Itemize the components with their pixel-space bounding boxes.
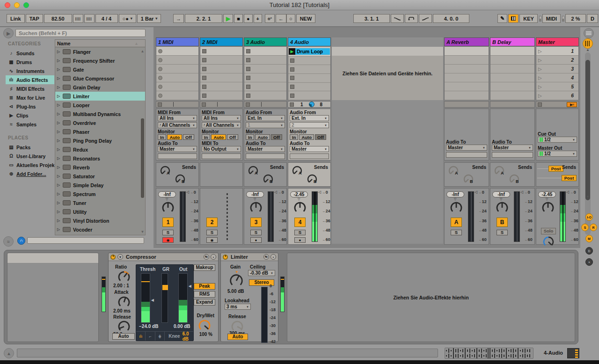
volume-display[interactable]: -Inf bbox=[246, 191, 264, 197]
browser-item[interactable]: ▷ Spectrum bbox=[55, 189, 145, 198]
save-preset-icon[interactable]: ▪ bbox=[270, 254, 276, 260]
scrollbar-thumb[interactable] bbox=[141, 118, 144, 198]
fold-icon[interactable]: ▷ bbox=[57, 165, 62, 169]
arm-button[interactable]: ● bbox=[250, 237, 262, 243]
clip-slot[interactable] bbox=[244, 56, 286, 65]
volume-marker[interactable]: ◁ bbox=[475, 190, 477, 194]
input-type-chooser[interactable]: Ext. In bbox=[246, 115, 285, 121]
fold-icon[interactable]: ▷ bbox=[57, 67, 62, 72]
fold-icon[interactable]: ▷ bbox=[57, 147, 62, 152]
search-input[interactable] bbox=[15, 29, 146, 37]
fold-icon[interactable]: ▷ bbox=[57, 227, 62, 232]
hot-swap-icon[interactable]: ≈ bbox=[3, 236, 14, 247]
browser-item[interactable]: ▷ Glue Compressor bbox=[55, 74, 145, 83]
monitor-auto[interactable]: Auto bbox=[211, 134, 226, 140]
fold-icon[interactable]: ▷ bbox=[57, 76, 62, 80]
mixer-view-toggle[interactable] bbox=[583, 38, 593, 49]
track-title[interactable]: Master bbox=[536, 37, 579, 46]
quantization-menu[interactable]: 1 Bar bbox=[137, 14, 161, 23]
fold-icon[interactable]: ▷ bbox=[57, 58, 62, 63]
monitor-auto[interactable]: Auto bbox=[255, 134, 270, 140]
midi-map-button[interactable]: MIDI bbox=[542, 14, 561, 23]
pan-knob[interactable] bbox=[160, 201, 176, 215]
session-record-button[interactable]: ○ bbox=[286, 14, 295, 23]
scene-slot[interactable]: ▷ 2 bbox=[536, 56, 578, 65]
stop-all-clips-button[interactable] bbox=[158, 102, 162, 107]
device-drop-zone[interactable]: Ziehen Sie Audio-Effekte hierhin bbox=[287, 253, 575, 342]
overdub-button[interactable]: + bbox=[254, 14, 262, 23]
browser-item[interactable]: ▷ Flanger bbox=[55, 47, 145, 56]
clip-slot[interactable] bbox=[156, 91, 198, 100]
monitor-off[interactable]: Off bbox=[271, 134, 282, 140]
clip-slot[interactable] bbox=[156, 56, 198, 65]
time-signature-display[interactable]: 4 / 4 bbox=[95, 14, 118, 23]
scroll-up-icon[interactable]: ▲ bbox=[586, 48, 590, 52]
browser-list-header[interactable]: Name ▲ bbox=[55, 40, 145, 47]
gain-knob[interactable] bbox=[227, 273, 245, 289]
input-channel-chooser[interactable]: ⁞All Channels bbox=[202, 122, 241, 128]
sidebar-place-item[interactable]: ▤ Packs bbox=[6, 143, 54, 152]
clip-slot[interactable] bbox=[200, 91, 242, 100]
browser-item[interactable]: ▷ Grain Delay bbox=[55, 83, 145, 92]
makeup-marker[interactable]: ◀ bbox=[189, 284, 191, 288]
back-to-arrangement-button[interactable]: ▶≡ bbox=[567, 102, 577, 107]
save-preset-icon[interactable]: ▪ bbox=[211, 254, 216, 260]
input-type-chooser[interactable]: Ext. In bbox=[290, 115, 329, 121]
metronome-button[interactable]: ○● bbox=[119, 14, 136, 23]
clip-slot[interactable] bbox=[156, 47, 198, 56]
output-meter[interactable]: ◀ bbox=[178, 273, 188, 323]
draw-mode-button[interactable]: ✎ bbox=[497, 14, 507, 23]
track-activator[interactable]: 3 bbox=[250, 218, 262, 227]
auto-release-toggle[interactable]: Auto bbox=[112, 333, 135, 340]
clip-slot[interactable] bbox=[200, 82, 242, 91]
browser-item[interactable]: ▷ Tuner bbox=[55, 198, 145, 207]
arm-button[interactable]: ◉ bbox=[162, 237, 174, 243]
sends-section-toggle[interactable]: S bbox=[581, 224, 589, 231]
computer-midi-keyboard-button[interactable] bbox=[508, 14, 519, 23]
browser-item[interactable]: ▷ Resonators bbox=[55, 154, 145, 163]
fold-icon[interactable]: ▷ bbox=[57, 183, 62, 187]
scene-slot[interactable]: ▷ 3 bbox=[536, 65, 578, 73]
track-title[interactable]: B Delay bbox=[490, 37, 535, 46]
clip-slot[interactable] bbox=[244, 47, 286, 56]
clip-name[interactable]: Drum Loop bbox=[295, 48, 330, 55]
sidebar-category-item[interactable]: ⊲ Plug-Ins bbox=[6, 102, 54, 111]
volume-display[interactable]: -Inf bbox=[492, 191, 510, 197]
sidebar-category-item[interactable]: ∿ Instruments bbox=[6, 66, 54, 75]
clip-play-icon[interactable]: ▶ bbox=[289, 48, 295, 55]
browser-item[interactable]: ▷ Overdrive bbox=[55, 118, 145, 127]
fold-icon[interactable]: ▷ bbox=[57, 138, 62, 143]
send-a-post-toggle[interactable]: Post bbox=[548, 166, 563, 172]
fold-icon[interactable]: ▷ bbox=[57, 201, 62, 205]
clip-slot[interactable] bbox=[200, 65, 242, 73]
output-chooser[interactable]: Master bbox=[246, 146, 285, 152]
threshold-marker[interactable]: ◀ bbox=[151, 298, 154, 302]
pan-knob[interactable] bbox=[494, 201, 510, 215]
solo-button[interactable]: S bbox=[451, 230, 462, 235]
scene-slot[interactable]: ▷ 6 bbox=[536, 91, 578, 100]
volume-display[interactable]: -Inf bbox=[158, 191, 176, 197]
reenable-automation-button[interactable]: ← bbox=[276, 14, 286, 23]
punch-in-button[interactable] bbox=[391, 14, 404, 23]
attack-knob[interactable] bbox=[116, 295, 132, 309]
monitor-auto[interactable]: Auto bbox=[167, 134, 182, 140]
output-chooser[interactable]: No Output bbox=[202, 146, 241, 152]
track-drop-zone[interactable]: Ziehen Sie Dateien und Geräte hierhin. bbox=[332, 37, 443, 244]
lookahead-chooser[interactable]: 3 ms bbox=[225, 304, 251, 310]
monitor-off[interactable]: Off bbox=[315, 134, 326, 140]
arrangement-position-display[interactable]: 2. 2. 1 bbox=[185, 14, 222, 23]
scroll-up-icon[interactable]: ▲ bbox=[140, 49, 145, 53]
scroll-down-icon[interactable]: ▼ bbox=[140, 230, 145, 234]
scene-play-icon[interactable]: ▷ bbox=[538, 84, 542, 89]
tap-tempo-button[interactable]: TAP bbox=[26, 14, 43, 23]
sidebar-category-item[interactable]: ▶ Clips bbox=[6, 111, 54, 120]
record-button[interactable]: ● bbox=[244, 14, 253, 23]
hot-swap-icon[interactable]: ⇆ bbox=[204, 254, 209, 260]
monitor-in[interactable]: In bbox=[158, 134, 166, 140]
browser-item[interactable]: ▷ Simple Delay bbox=[55, 181, 145, 189]
sidebar-category-item[interactable]: ▦ Drums bbox=[6, 58, 54, 66]
clip-slot[interactable] bbox=[244, 65, 286, 73]
browser-item[interactable]: ▷ Gate bbox=[55, 65, 145, 74]
sidebar-category-item[interactable]: ≈ Samples bbox=[6, 120, 54, 129]
input-channel-chooser[interactable]: ⁞All Channels bbox=[158, 122, 197, 128]
